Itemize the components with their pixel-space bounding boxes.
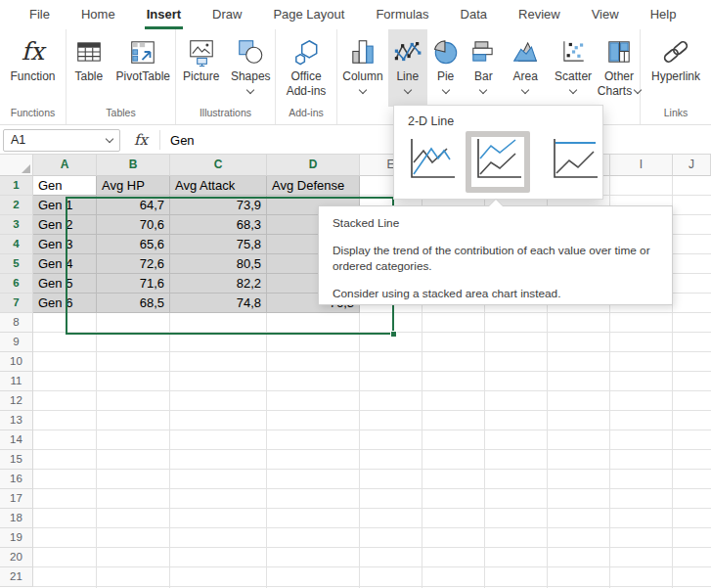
formula-input[interactable]: Gen: [170, 133, 195, 148]
ribbon-group-functions: fx Function Functions: [0, 29, 67, 124]
hyperlink-button[interactable]: Hyperlink: [642, 29, 710, 107]
line-chart-option[interactable]: [405, 137, 458, 183]
cell-C4[interactable]: 75,8: [170, 235, 267, 254]
chevron-down-icon: [403, 86, 411, 94]
tab-data[interactable]: Data: [445, 0, 503, 29]
cell-C3[interactable]: 68,3: [170, 215, 267, 235]
fx-icon[interactable]: fx: [134, 131, 148, 149]
select-all-button[interactable]: [0, 155, 33, 176]
tooltip-title: Stacked Line: [333, 216, 658, 230]
column-header-A[interactable]: A: [33, 155, 97, 176]
picture-label: Picture: [183, 69, 219, 83]
row-header-8[interactable]: 8: [0, 313, 33, 333]
chevron-down-icon: [569, 86, 577, 94]
column-header-D[interactable]: D: [267, 155, 360, 176]
area-label: Area: [513, 69, 538, 83]
cell-B1[interactable]: Avg HP: [97, 176, 170, 196]
line-label: Line: [396, 69, 419, 83]
office-addins-button[interactable]: Office Add-ins: [276, 29, 336, 107]
pie-chart-button[interactable]: Pie: [427, 29, 465, 107]
tab-insert[interactable]: Insert: [131, 0, 197, 29]
row-header-12[interactable]: 12: [0, 391, 33, 411]
tab-review[interactable]: Review: [503, 0, 576, 29]
tab-file[interactable]: File: [14, 0, 66, 29]
name-box[interactable]: A1: [3, 129, 120, 152]
other-charts-button[interactable]: Other Charts: [599, 29, 640, 107]
cell-B6[interactable]: 71,6: [97, 274, 170, 294]
cell-B4[interactable]: 65,6: [97, 235, 170, 254]
tab-view[interactable]: View: [576, 0, 635, 29]
ribbon-group-addins: Office Add-ins Add-ins: [276, 29, 337, 124]
row-header-7[interactable]: 7: [0, 294, 33, 313]
cell-B5[interactable]: 72,6: [97, 254, 170, 274]
name-box-value: A1: [11, 133, 107, 147]
cell-C5[interactable]: 80,5: [170, 254, 267, 274]
cell-B2[interactable]: 64,7: [97, 196, 170, 215]
cell-C6[interactable]: 82,2: [170, 274, 267, 294]
tab-page-layout[interactable]: Page Layout: [257, 0, 360, 29]
cell-A3[interactable]: Gen 2: [33, 215, 97, 235]
bar-label: Bar: [474, 69, 493, 83]
100-stacked-line-chart-option[interactable]: [548, 137, 600, 183]
cell-C1[interactable]: Avg Attack: [170, 176, 267, 196]
pie-chart-icon: [431, 37, 461, 67]
function-button[interactable]: fx Function: [10, 29, 55, 107]
picture-button[interactable]: Picture: [176, 29, 226, 107]
column-header-C[interactable]: C: [170, 155, 267, 176]
row-header-4[interactable]: 4: [0, 235, 33, 254]
cell-A1[interactable]: Gen: [33, 176, 97, 196]
dropdown-section-title: 2-D Line: [394, 106, 602, 128]
row-header-21[interactable]: 21: [0, 567, 33, 587]
row-header-2[interactable]: 2: [0, 196, 33, 215]
stacked-line-chart-option[interactable]: [466, 131, 530, 193]
line-chart-icon: [393, 37, 422, 67]
row-header-11[interactable]: 11: [0, 372, 33, 391]
row-header-18[interactable]: 18: [0, 509, 33, 528]
cell-A7[interactable]: Gen 6: [33, 294, 97, 313]
row-header-15[interactable]: 15: [0, 450, 33, 470]
row-header-13[interactable]: 13: [0, 411, 33, 430]
cell-C2[interactable]: 73,9: [170, 196, 267, 215]
bar-chart-button[interactable]: Bar: [465, 29, 504, 107]
group-label-addins: Add-ins: [276, 107, 336, 124]
tab-formulas[interactable]: Formulas: [360, 0, 444, 29]
row-header-3[interactable]: 3: [0, 215, 33, 235]
row-header-14[interactable]: 14: [0, 430, 33, 450]
cell-A5[interactable]: Gen 4: [33, 254, 97, 274]
pivottable-button[interactable]: PivotTable: [111, 29, 175, 107]
fill-handle[interactable]: [390, 331, 397, 338]
tab-draw[interactable]: Draw: [197, 0, 257, 29]
row-header-20[interactable]: 20: [0, 548, 33, 567]
cell-C7[interactable]: 74,8: [170, 294, 267, 313]
table-button[interactable]: Table: [67, 29, 111, 107]
column-header-I[interactable]: I: [610, 155, 673, 176]
tab-home[interactable]: Home: [66, 0, 131, 29]
cell-A4[interactable]: Gen 3: [33, 235, 97, 254]
column-header-J[interactable]: J: [673, 155, 711, 176]
cell-B7[interactable]: 68,5: [97, 294, 170, 313]
row-header-6[interactable]: 6: [0, 274, 33, 294]
cell-A6[interactable]: Gen 5: [33, 274, 97, 294]
column-chart-button[interactable]: Column: [337, 29, 388, 107]
row-header-10[interactable]: 10: [0, 352, 33, 372]
row-header-1[interactable]: 1: [0, 176, 33, 196]
other-charts-label-line2: Charts: [598, 84, 641, 98]
tab-help[interactable]: Help: [635, 0, 692, 29]
ribbon: fx Function Functions Table: [0, 29, 711, 125]
group-label-functions: Functions: [0, 107, 66, 124]
cell-D1[interactable]: Avg Defense: [267, 176, 360, 196]
column-header-B[interactable]: B: [97, 155, 170, 176]
row-header-5[interactable]: 5: [0, 254, 33, 274]
row-header-16[interactable]: 16: [0, 470, 33, 489]
hyperlink-icon: [661, 37, 690, 67]
area-chart-button[interactable]: Area: [503, 29, 548, 107]
picture-icon: [187, 37, 216, 67]
cell-A2[interactable]: Gen 1: [33, 196, 97, 215]
shapes-button[interactable]: Shapes: [226, 29, 275, 107]
scatter-chart-button[interactable]: Scatter: [548, 29, 599, 107]
row-header-19[interactable]: 19: [0, 528, 33, 548]
cell-B3[interactable]: 70,6: [97, 215, 170, 235]
row-header-17[interactable]: 17: [0, 489, 33, 509]
line-chart-button[interactable]: Line: [388, 29, 427, 107]
row-header-9[interactable]: 9: [0, 333, 33, 352]
